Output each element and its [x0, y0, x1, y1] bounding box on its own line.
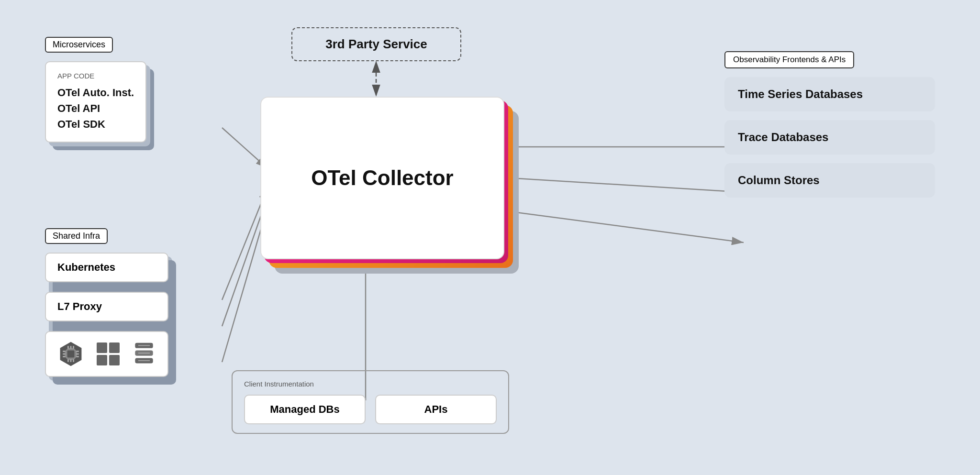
icons-card [45, 331, 168, 377]
otel-sdk-item: OTel SDK [57, 116, 134, 132]
collector-card: OTel Collector [260, 97, 504, 259]
column-stores-card: Column Stores [724, 163, 935, 198]
client-cards-row: Managed DBs APIs [244, 395, 497, 424]
shared-infra-section: Shared Infra Kubernetes L7 Proxy [45, 228, 168, 377]
app-code-label: APP CODE [57, 72, 134, 80]
right-section: Observability Frontends & APIs Time Seri… [724, 51, 935, 206]
svg-rect-32 [109, 355, 120, 365]
third-party-label: 3rd Party Service [325, 37, 427, 51]
otel-api-item: OTel API [57, 100, 134, 116]
otel-auto-item: OTel Auto. Inst. [57, 85, 134, 100]
collector-wrapper: OTel Collector [260, 97, 504, 259]
client-instrumentation-label: Client Instrumentation [244, 380, 497, 388]
diagram: Microservices APP CODE OTel Auto. Inst. … [35, 22, 945, 453]
app-code-card: APP CODE OTel Auto. Inst. OTel API OTel … [45, 61, 146, 143]
chip-icon [57, 341, 84, 367]
client-instrumentation-box: Client Instrumentation Managed DBs APIs [232, 370, 509, 434]
svg-rect-31 [97, 355, 107, 365]
trace-databases-card: Trace Databases [724, 120, 935, 155]
microservices-section: Microservices APP CODE OTel Auto. Inst. … [45, 37, 146, 143]
svg-line-11 [509, 178, 744, 192]
kubernetes-card: Kubernetes [45, 253, 168, 282]
l7proxy-card: L7 Proxy [45, 292, 168, 321]
frontends-label: Observability Frontends & APIs [724, 51, 854, 68]
collector-title: OTel Collector [311, 166, 453, 190]
apis-card: APIs [375, 395, 497, 424]
shared-infra-label: Shared Infra [45, 228, 108, 244]
time-series-card: Time Series Databases [724, 77, 935, 111]
storage-icon [132, 341, 156, 367]
svg-rect-30 [109, 342, 120, 353]
svg-rect-29 [97, 342, 107, 353]
svg-line-12 [509, 211, 744, 243]
microservices-label: Microservices [45, 37, 113, 53]
diagram-container: Microservices APP CODE OTel Auto. Inst. … [0, 0, 980, 475]
svg-rect-16 [67, 350, 75, 357]
managed-dbs-card: Managed DBs [244, 395, 366, 424]
windows-icon [96, 342, 121, 366]
third-party-box: 3rd Party Service [291, 27, 461, 61]
